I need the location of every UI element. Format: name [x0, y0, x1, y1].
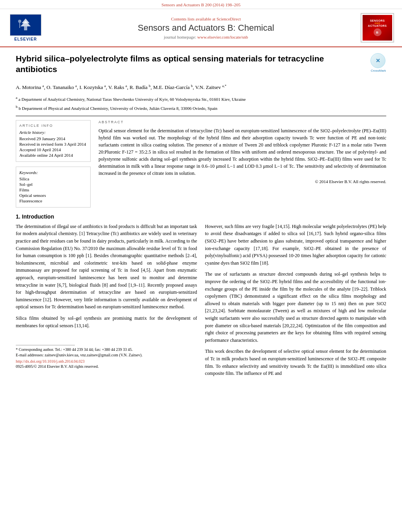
abstract-text: Optical sensor element for the determina… [99, 127, 386, 177]
journal-reference: Sensors and Actuators B 200 (2014) 198–2… [0, 0, 402, 9]
footnote-email: E-mail addresses: zaitsev@univ.kiev.ua, … [16, 353, 197, 357]
received-date: Received 29 January 2014 [19, 136, 87, 141]
affil-b: b b Department of Physical and Analytica… [16, 104, 386, 112]
divider-top [16, 116, 386, 116]
doi-line: http://dx.doi.org/10.1016/j.snb.2014.04.… [16, 359, 197, 363]
journal-header: ELSEVIER Contents lists available at Sci… [0, 9, 402, 47]
article-title: Hybrid silica–polyelectrolyte films as o… [16, 53, 365, 75]
abstract-header: ABSTRACT [99, 120, 386, 124]
elsevier-logo-image [10, 14, 41, 36]
intro-para-right-3: This work describes the development of s… [205, 348, 386, 377]
journal-center: Contents lists available at ScienceDirec… [51, 17, 361, 39]
svg-rect-3 [24, 26, 27, 30]
intro-para-right-2: The use of surfactants as structure dire… [205, 271, 386, 344]
sciencedirect-line: Contents lists available at ScienceDirec… [51, 17, 361, 21]
crossmark-circle: ✕ [370, 53, 385, 68]
sensors-actuators-logo: SENSORS AND ACTUATORS B [361, 13, 394, 43]
copyright-line: © 2014 Elsevier B.V. All rights reserved… [99, 179, 386, 184]
article-info-header: ARTICLE INFO [19, 124, 87, 128]
info-abstract-columns: ARTICLE INFO Article history: Received 2… [16, 120, 386, 208]
left-column: ARTICLE INFO Article history: Received 2… [16, 120, 91, 208]
affil-b-text: b Department of Physical and Analytical … [19, 106, 217, 110]
keywords-box: Keywords: Silica Sol–gel Films Optical s… [16, 167, 91, 208]
keywords-title: Keywords: [19, 170, 87, 175]
abstract-section: ABSTRACT Optical sensor element for the … [99, 120, 386, 184]
journal-ref-text: Sensors and Actuators B 200 (2014) 198–2… [162, 2, 240, 7]
affiliations: a a Department of Analytical Chemistry, … [16, 95, 386, 112]
elsevier-text: ELSEVIER [14, 37, 37, 41]
keyword-optical-sensors: Optical sensors [19, 193, 87, 198]
issn-line: 0925-4005/© 2014 Elsevier B.V. All right… [16, 364, 197, 369]
accepted-date: Accepted 10 April 2014 [19, 147, 87, 152]
journal-homepage: journal homepage: www.elsevier.com/locat… [51, 35, 361, 39]
revised-date: Received in revised form 3 April 2014 [19, 142, 87, 146]
intro-title: Introduction [22, 213, 54, 220]
article-history-label: Article history: [19, 130, 87, 135]
main-content: Hybrid silica–polyelectrolyte films as o… [0, 47, 402, 387]
intro-para-right-1: However, such films are very fragile [14… [205, 223, 386, 267]
keyword-films: Films [19, 187, 87, 192]
sensors-logo-text-actuators: ACTUATORS [368, 24, 387, 27]
available-date: Available online 24 April 2014 [19, 153, 87, 158]
affil-a: a a Department of Analytical Chemistry, … [16, 95, 386, 103]
authors-line: A. Motorina a, O. Tananaiko a, I. Kozyts… [16, 83, 386, 92]
article-info-box: ARTICLE INFO Article history: Received 2… [16, 120, 91, 162]
crossmark-logo: ✕ CrossMark [370, 53, 386, 69]
body-two-columns: The determination of illegal use of anti… [16, 223, 386, 381]
homepage-prefix: journal homepage: [164, 35, 196, 39]
keyword-solgel: Sol–gel [19, 182, 87, 187]
right-column: ABSTRACT Optical sensor element for the … [99, 120, 386, 208]
doi-link[interactable]: http://dx.doi.org/10.1016/j.snb.2014.04.… [16, 359, 85, 363]
body-left-col: The determination of illegal use of anti… [16, 223, 197, 381]
sciencedirect-prefix: Contents lists available at [171, 17, 216, 21]
intro-number: 1. [16, 213, 20, 220]
intro-para-2: Silica films obtained by sol–gel synthes… [16, 315, 197, 329]
keyword-fluorescence: Fluorescence [19, 198, 87, 203]
affil-a-text: a Department of Analytical Chemistry, Na… [19, 97, 246, 102]
sensors-logo-inner: SENSORS AND ACTUATORS B [363, 15, 392, 41]
footnotes-area: * Corresponding author. Tel.: +380 44 23… [16, 345, 197, 369]
intro-para-1: The determination of illegal use of anti… [16, 223, 197, 311]
article-title-section: Hybrid silica–polyelectrolyte films as o… [16, 53, 386, 79]
body-content: 1. Introduction The determination of ill… [16, 213, 386, 381]
crossmark-label: CrossMark [370, 69, 386, 72]
keyword-silica: Silica [19, 176, 87, 181]
elsevier-logo: ELSEVIER [8, 14, 43, 41]
sciencedirect-link[interactable]: ScienceDirect [216, 17, 241, 21]
intro-section-title: 1. Introduction [16, 213, 386, 220]
footnote-divider [16, 345, 75, 345]
journal-title: Sensors and Actuators B: Chemical [51, 23, 361, 33]
homepage-url[interactable]: www.elsevier.com/locate/snb [197, 35, 248, 39]
body-right-col: However, such films are very fragile [14… [205, 223, 386, 381]
svg-point-4 [18, 20, 21, 23]
sensors-logo-text-sensors: SENSORS [370, 19, 385, 22]
footnote-corresponding: * Corresponding author. Tel.: +380 44 23… [16, 347, 197, 352]
